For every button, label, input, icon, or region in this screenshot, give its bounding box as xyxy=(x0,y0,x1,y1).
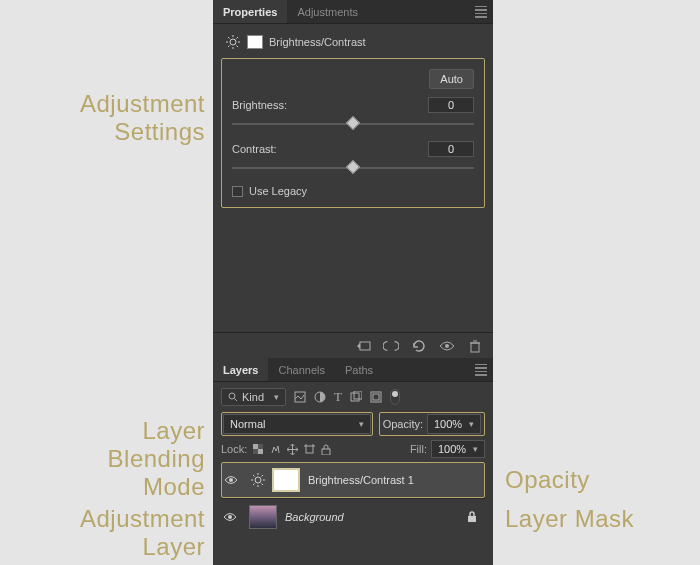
annotation-adjustment-settings: AdjustmentSettings xyxy=(80,90,205,146)
lock-artboard-icon[interactable] xyxy=(304,444,315,455)
auto-button[interactable]: Auto xyxy=(429,69,474,89)
svg-line-15 xyxy=(235,399,238,402)
tab-paths[interactable]: Paths xyxy=(335,358,383,381)
filter-kind-select[interactable]: Kind ▾ xyxy=(221,388,286,406)
filter-pixel-icon[interactable] xyxy=(294,391,306,403)
fill-label: Fill: xyxy=(410,443,427,455)
svg-line-7 xyxy=(228,46,230,48)
layer-visibility-icon[interactable] xyxy=(223,512,241,522)
tab-channels[interactable]: Channels xyxy=(268,358,334,381)
brightness-slider-thumb[interactable] xyxy=(346,116,360,130)
layers-tabbar: Layers Channels Paths xyxy=(213,358,493,382)
svg-point-0 xyxy=(230,39,236,45)
svg-rect-11 xyxy=(471,343,479,352)
lock-icon[interactable] xyxy=(467,511,477,523)
layer-mask-thumbnail[interactable] xyxy=(272,468,300,492)
filter-type-icon[interactable]: T xyxy=(334,389,342,405)
layers-panel-menu-icon[interactable] xyxy=(475,364,487,376)
layer-visibility-icon[interactable] xyxy=(224,475,242,485)
opacity-select[interactable]: 100% ▾ xyxy=(427,414,481,434)
adjustment-title-row: Brightness/Contrast xyxy=(221,32,485,58)
svg-line-8 xyxy=(237,37,239,39)
filter-shape-icon[interactable] xyxy=(350,391,362,403)
tab-properties[interactable]: Properties xyxy=(213,0,287,23)
reset-icon[interactable] xyxy=(411,338,427,354)
filter-toggle[interactable] xyxy=(390,389,400,405)
properties-body: Brightness/Contrast Auto Brightness: 0 C… xyxy=(213,24,493,220)
svg-line-5 xyxy=(228,37,230,39)
view-previous-state-icon[interactable] xyxy=(383,338,399,354)
brightness-value-input[interactable]: 0 xyxy=(428,97,474,113)
contrast-value-input[interactable]: 0 xyxy=(428,141,474,157)
lock-label: Lock: xyxy=(221,443,247,455)
search-icon xyxy=(228,392,238,402)
filter-kind-label: Kind xyxy=(242,391,264,403)
use-legacy-label: Use Legacy xyxy=(249,185,307,197)
trash-icon[interactable] xyxy=(467,338,483,354)
layers-body: Kind ▾ T Normal ▾ xyxy=(213,382,493,540)
properties-empty-space xyxy=(213,220,493,332)
blend-opacity-row: Normal ▾ Opacity: 100% ▾ xyxy=(221,412,485,436)
lock-transparency-icon[interactable] xyxy=(253,444,264,455)
panel-column: Properties Adjustments Brightness/Contra… xyxy=(213,0,493,565)
chevron-down-icon: ▾ xyxy=(359,419,364,429)
annotation-layer-mask: Layer Mask xyxy=(505,505,634,533)
layer-row-adjustment[interactable]: Brightness/Contrast 1 xyxy=(221,462,485,498)
tab-adjustments[interactable]: Adjustments xyxy=(287,0,368,23)
chevron-down-icon: ▾ xyxy=(274,392,279,402)
svg-rect-45 xyxy=(468,516,476,522)
opacity-label: Opacity: xyxy=(383,418,423,430)
adjustment-settings-box: Auto Brightness: 0 Contrast: 0 xyxy=(221,58,485,208)
use-legacy-checkbox[interactable] xyxy=(232,186,243,197)
svg-point-34 xyxy=(229,478,233,482)
tab-layers[interactable]: Layers xyxy=(213,358,268,381)
fill-select[interactable]: 100% ▾ xyxy=(431,440,485,458)
contrast-slider[interactable] xyxy=(232,161,474,175)
svg-rect-28 xyxy=(306,446,313,453)
opacity-value: 100% xyxy=(434,418,462,430)
brightness-slider[interactable] xyxy=(232,117,474,131)
layer-thumbnail[interactable] xyxy=(249,505,277,529)
svg-rect-23 xyxy=(258,449,263,454)
annotation-blend-mode: LayerBlendingMode xyxy=(108,417,205,501)
svg-rect-25 xyxy=(253,449,258,454)
lock-position-icon[interactable] xyxy=(287,444,298,455)
svg-rect-18 xyxy=(351,393,359,401)
annotation-adjustment-layer: AdjustmentLayer xyxy=(80,505,205,561)
svg-rect-22 xyxy=(253,444,258,449)
lock-row: Lock: Fill: 100% ▾ xyxy=(221,440,485,458)
svg-rect-33 xyxy=(322,449,330,455)
fill-value: 100% xyxy=(438,443,466,455)
brightness-contrast-icon xyxy=(250,472,266,488)
contrast-slider-thumb[interactable] xyxy=(346,160,360,174)
properties-tabbar: Properties Adjustments xyxy=(213,0,493,24)
clip-to-layer-icon[interactable] xyxy=(355,338,371,354)
filter-adjustment-icon[interactable] xyxy=(314,391,326,403)
blend-mode-select[interactable]: Normal ▾ xyxy=(223,414,371,434)
svg-rect-21 xyxy=(373,394,379,400)
properties-footer xyxy=(213,332,493,358)
layer-row-background[interactable]: Background xyxy=(221,498,485,534)
adjustment-name: Brightness/Contrast xyxy=(269,36,366,48)
lock-image-icon[interactable] xyxy=(270,444,281,455)
layer-name[interactable]: Brightness/Contrast 1 xyxy=(308,474,414,486)
mask-thumbnail-icon[interactable] xyxy=(247,35,263,49)
annotation-opacity: Opacity xyxy=(505,466,590,494)
panel-menu-icon[interactable] xyxy=(475,6,487,18)
contrast-label: Contrast: xyxy=(232,143,277,155)
brightness-label: Brightness: xyxy=(232,99,287,111)
blend-mode-value: Normal xyxy=(230,418,265,430)
chevron-down-icon: ▾ xyxy=(469,419,474,429)
svg-line-41 xyxy=(262,484,264,486)
svg-line-6 xyxy=(237,46,239,48)
svg-line-43 xyxy=(262,475,264,477)
brightness-contrast-icon xyxy=(225,34,241,50)
svg-point-44 xyxy=(228,515,232,519)
filter-smartobject-icon[interactable] xyxy=(370,391,382,403)
layer-name[interactable]: Background xyxy=(285,511,344,523)
chevron-down-icon: ▾ xyxy=(473,444,478,454)
svg-point-10 xyxy=(445,344,449,348)
layer-filter-row: Kind ▾ T xyxy=(221,388,485,406)
visibility-eye-icon[interactable] xyxy=(439,338,455,354)
lock-all-icon[interactable] xyxy=(321,444,331,455)
